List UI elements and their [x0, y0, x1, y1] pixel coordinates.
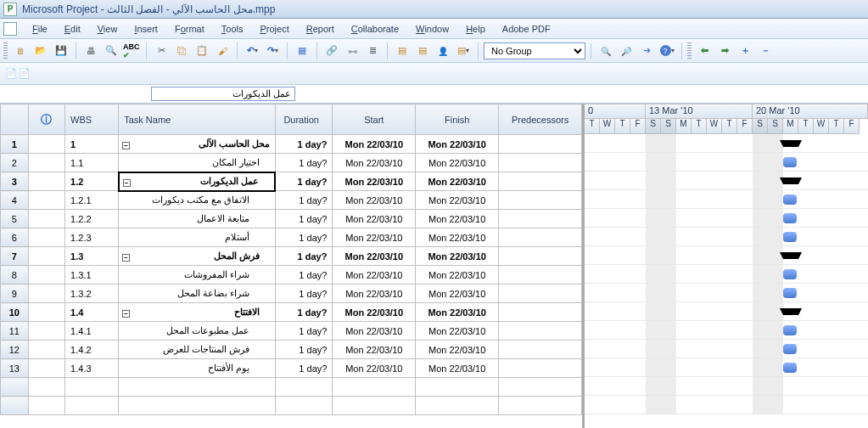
cell-finish[interactable]: Mon 22/03/10: [416, 247, 499, 266]
redo-button[interactable]: [263, 42, 282, 60]
cell-duration[interactable]: 1 day?: [275, 359, 332, 378]
cell-duration[interactable]: 1 day?: [275, 191, 332, 210]
cell-start[interactable]: Mon 22/03/10: [333, 135, 416, 154]
gantt-task-bar[interactable]: [783, 157, 797, 167]
cell-start[interactable]: Mon 22/03/10: [333, 210, 416, 228]
group-by-select[interactable]: No Group: [484, 42, 585, 59]
cell-indicators[interactable]: [28, 359, 64, 378]
cell-wbs[interactable]: 1.2.1: [65, 191, 119, 210]
gantt-task-bar[interactable]: [783, 344, 797, 354]
task-notes-button[interactable]: [413, 42, 432, 60]
cell-wbs[interactable]: 1: [65, 135, 119, 154]
cell-duration[interactable]: 1 day?: [275, 154, 332, 172]
spelling-button[interactable]: ABC: [122, 42, 141, 60]
cell-finish[interactable]: Mon 22/03/10: [416, 191, 499, 210]
cell-predecessors[interactable]: [499, 303, 582, 322]
row-header[interactable]: 13: [1, 359, 29, 378]
cell-indicators[interactable]: [28, 154, 64, 172]
menu-project[interactable]: Project: [251, 22, 297, 36]
cell-predecessors[interactable]: [499, 247, 582, 266]
zoom-in-button[interactable]: [596, 42, 615, 60]
toolbar-grip[interactable]: [3, 42, 8, 59]
cell-indicators[interactable]: [28, 284, 64, 303]
cell-predecessors[interactable]: [499, 154, 582, 172]
cell-finish[interactable]: Mon 22/03/10: [416, 284, 499, 303]
menu-view[interactable]: View: [89, 22, 126, 36]
cell-task-name[interactable]: فرش المنتاجات للعرض: [119, 341, 276, 359]
column-header-task-name[interactable]: Task Name: [119, 104, 276, 135]
menu-edit[interactable]: Edit: [56, 22, 89, 36]
select-all-cell[interactable]: [1, 104, 29, 135]
gantt-summary-bar[interactable]: [783, 252, 798, 259]
cell-finish[interactable]: Mon 22/03/10: [416, 154, 499, 172]
gantt-task-bar[interactable]: [783, 232, 797, 242]
help-button[interactable]: [658, 42, 676, 60]
gantt-row[interactable]: [585, 209, 868, 228]
gantt-row[interactable]: [585, 190, 868, 209]
cell-finish[interactable]: Mon 22/03/10: [416, 210, 499, 228]
copy-button[interactable]: [172, 42, 191, 60]
row-header[interactable]: 1: [1, 135, 29, 154]
cell-start[interactable]: Mon 22/03/10: [333, 172, 416, 191]
cell-indicators[interactable]: [28, 228, 64, 247]
cell-task-name[interactable]: أستلام: [119, 228, 276, 247]
menu-adobe-pdf[interactable]: Adobe PDF: [494, 22, 559, 36]
gantt-row[interactable]: [585, 228, 868, 246]
gantt-row[interactable]: [585, 340, 868, 358]
gantt-summary-bar[interactable]: [783, 177, 798, 184]
menu-collaborate[interactable]: Collaborate: [343, 22, 407, 36]
gantt-row[interactable]: [585, 358, 868, 377]
gantt-summary-bar[interactable]: [783, 140, 798, 147]
task-info-button[interactable]: [393, 42, 412, 60]
cell-indicators[interactable]: [28, 247, 64, 266]
print-preview-button[interactable]: [102, 42, 120, 60]
table-row-empty[interactable]: [1, 378, 582, 397]
cell-wbs[interactable]: 1.3.1: [65, 266, 119, 284]
cell-finish[interactable]: Mon 22/03/10: [416, 172, 499, 191]
collapse-icon[interactable]: −: [122, 310, 130, 318]
toolbar-grip[interactable]: [687, 42, 692, 59]
assign-resources-button[interactable]: [434, 42, 452, 60]
new-button[interactable]: [11, 42, 30, 60]
table-row[interactable]: 91.3.2شراء بضاعة المحل1 day?Mon 22/03/10…: [1, 284, 582, 303]
cell-duration[interactable]: 1 day?: [275, 322, 332, 341]
task-table[interactable]: ⓘ WBS Task Name Duration Start Finish Pr…: [0, 104, 582, 415]
gantt-task-bar[interactable]: [783, 288, 797, 298]
outdent-button[interactable]: ⬅: [695, 42, 714, 60]
table-row[interactable]: 111.4.1عمل مطبوعات المحل1 day?Mon 22/03/…: [1, 322, 582, 341]
cell-start[interactable]: Mon 22/03/10: [333, 322, 416, 341]
show-subtasks-button[interactable]: ＋: [736, 42, 754, 60]
cell-duration[interactable]: 1 day?: [275, 172, 332, 191]
gantt-summary-bar[interactable]: [783, 308, 798, 315]
cell-predecessors[interactable]: [499, 284, 582, 303]
insert-hyperlink-button[interactable]: [293, 42, 311, 60]
gantt-row[interactable]: [585, 246, 868, 265]
cell-predecessors[interactable]: [499, 135, 582, 154]
cell-indicators[interactable]: [28, 135, 64, 154]
cell-task-name[interactable]: −محل الحاسب الآلى: [119, 135, 276, 154]
gantt-row[interactable]: [585, 284, 868, 302]
cell-duration[interactable]: 1 day?: [275, 303, 332, 322]
cell-start[interactable]: Mon 22/03/10: [333, 247, 416, 266]
save-button[interactable]: [52, 42, 70, 60]
cell-start[interactable]: Mon 22/03/10: [333, 303, 416, 322]
menu-format[interactable]: Format: [166, 22, 213, 36]
cell-task-name[interactable]: −فرش المحل: [119, 247, 276, 266]
open-button[interactable]: [31, 42, 50, 60]
row-header[interactable]: 12: [1, 341, 29, 359]
zoom-out-button[interactable]: [617, 42, 636, 60]
cell-start[interactable]: Mon 22/03/10: [333, 266, 416, 284]
collapse-icon[interactable]: −: [123, 179, 131, 187]
gantt-bars-area[interactable]: [585, 134, 868, 414]
cell-indicators[interactable]: [28, 210, 64, 228]
convert-to-pdf-button[interactable]: [5, 68, 17, 79]
gantt-row[interactable]: [585, 321, 868, 340]
gantt-row[interactable]: [585, 134, 868, 153]
gantt-chart-pane[interactable]: 0 13 Mar '10 20 Mar '10 TWTFSSMTWTFSSMTW…: [582, 104, 868, 428]
row-header[interactable]: 11: [1, 322, 29, 341]
cell-duration[interactable]: 1 day?: [275, 210, 332, 228]
row-header[interactable]: 2: [1, 154, 29, 172]
cell-duration[interactable]: 1 day?: [275, 135, 332, 154]
table-row[interactable]: 121.4.2فرش المنتاجات للعرض1 day?Mon 22/0…: [1, 341, 582, 359]
pdf-settings-button[interactable]: [19, 68, 31, 79]
